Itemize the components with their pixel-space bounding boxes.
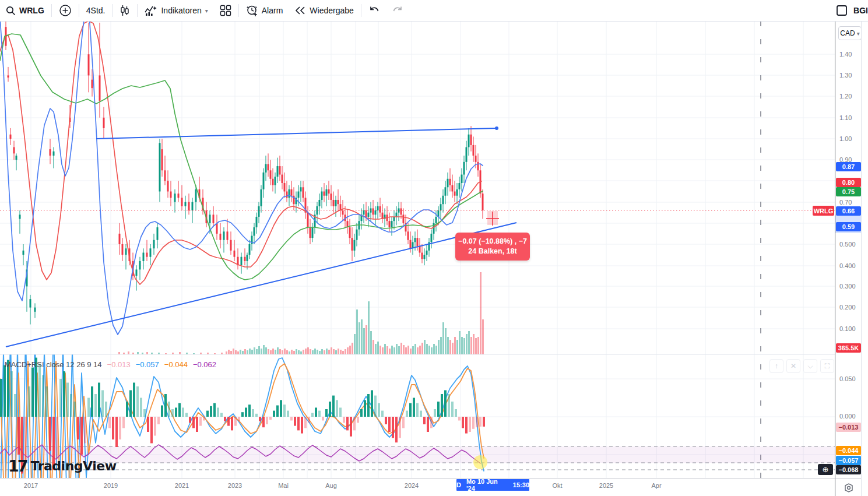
price-tag-0057: −0.057 bbox=[836, 456, 861, 465]
indicators-icon bbox=[145, 5, 157, 16]
tradingview-logo-text: TradingView bbox=[31, 459, 117, 473]
price-tick: 0.500 bbox=[839, 241, 856, 248]
measure-tooltip-line1: −0.07 (−10.88%) , −7 bbox=[458, 237, 527, 247]
price-tick: 0.70 bbox=[839, 199, 852, 206]
chevron-down-icon: ▾ bbox=[205, 8, 208, 14]
price-tag-066: 0.66 bbox=[836, 206, 861, 216]
volume-bars bbox=[118, 272, 484, 354]
time-label-Okt: Okt bbox=[552, 482, 562, 489]
time-label-2019: 2019 bbox=[104, 482, 118, 489]
grid-layout-icon bbox=[220, 5, 231, 16]
indicator-status-row[interactable]: MACD+RSI close 12 26 9 14 −0.013 −0.057 … bbox=[5, 360, 216, 369]
toolbar-divider bbox=[112, 4, 113, 17]
time-label-2024: 2024 bbox=[405, 482, 419, 489]
moving-averages bbox=[0, 6, 483, 335]
symbol-price-tag: WRLG bbox=[813, 206, 834, 216]
add-alert-plus-button[interactable]: ⊕ bbox=[818, 464, 833, 475]
symbol-name: WRLG bbox=[19, 6, 44, 15]
currency-dropdown[interactable]: CAD ▾ bbox=[838, 26, 862, 40]
time-axis[interactable]: D Mo 10 Jun '24 15:30 2017201920212023Ma… bbox=[0, 478, 835, 496]
price-tick: 0.400 bbox=[839, 262, 856, 269]
indicators-label: Indikatoren bbox=[161, 6, 201, 15]
undo-icon bbox=[368, 6, 380, 15]
price-tag-087: 0.87 bbox=[836, 162, 861, 171]
maximize-pane-button[interactable]: ⛶ bbox=[820, 359, 834, 373]
measure-crosshair bbox=[486, 211, 499, 226]
indicator-value-histogram: −0.013 bbox=[107, 360, 131, 369]
price-tag-0068: −0.068 bbox=[836, 465, 861, 474]
search-icon bbox=[6, 6, 16, 16]
toolbar-divider bbox=[361, 4, 361, 17]
move-pane-up-button[interactable]: ↑ bbox=[769, 359, 783, 373]
price-tag-3655K: 365.5K bbox=[836, 343, 861, 353]
plus-circle-icon bbox=[59, 4, 72, 17]
price-tick: 0.300 bbox=[839, 283, 856, 290]
collapse-pane-button[interactable]: ⌵ bbox=[803, 359, 817, 373]
alert-button[interactable]: Alarm bbox=[240, 0, 289, 21]
price-tag-075: 0.75 bbox=[836, 187, 861, 196]
toolbar-divider bbox=[51, 4, 52, 17]
redo-icon bbox=[392, 6, 403, 15]
ma-red bbox=[0, 21, 482, 284]
rsi-highlight-circle bbox=[473, 455, 487, 469]
price-tick: 0.000 bbox=[839, 413, 856, 420]
pane-controls: ↑✕⌵⛶ bbox=[769, 359, 834, 373]
price-tick: 0.050 bbox=[839, 375, 856, 382]
price-tick: 1.00 bbox=[839, 135, 852, 142]
replay-button[interactable]: Wiedergabe bbox=[289, 0, 360, 21]
replay-label: Wiedergabe bbox=[310, 6, 354, 15]
price-tag-0013: −0.013 bbox=[836, 423, 861, 432]
symbol-search-button[interactable]: WRLG bbox=[0, 0, 50, 21]
tradingview-app: WRLG 4Std. Indikatoren ▾ bbox=[0, 0, 868, 496]
save-layout-checkbox-icon[interactable] bbox=[836, 5, 848, 16]
right-edge-strip bbox=[861, 21, 868, 496]
time-label-Mai: Mai bbox=[278, 482, 289, 489]
redo-button[interactable] bbox=[386, 0, 409, 21]
interval-button[interactable]: 4Std. bbox=[80, 0, 111, 21]
price-tag-059: 0.59 bbox=[836, 222, 861, 231]
price-tick: 1.30 bbox=[839, 72, 852, 79]
ma-blue bbox=[0, 6, 483, 335]
measure-tooltip: −0.07 (−10.88%) , −7 24 Balken, 18t bbox=[455, 233, 530, 261]
indicator-value-macd: −0.057 bbox=[136, 360, 159, 369]
indicators-button[interactable]: Indikatoren ▾ bbox=[139, 0, 213, 21]
lower-trendline[interactable] bbox=[6, 223, 516, 347]
indicator-title: MACD+RSI close 12 26 9 14 bbox=[5, 360, 102, 369]
price-tick: 1.20 bbox=[839, 93, 852, 100]
alarm-clock-icon bbox=[246, 5, 258, 17]
current-bar-time-tag: D Mo 10 Jun '24 15:30 bbox=[456, 479, 529, 491]
price-tag-0044: −0.044 bbox=[836, 446, 861, 455]
top-toolbar: WRLG 4Std. Indikatoren ▾ bbox=[0, 0, 868, 22]
toolbar-divider bbox=[137, 4, 138, 17]
time-label-Apr: Apr bbox=[651, 482, 661, 489]
time-label-2021: 2021 bbox=[175, 482, 189, 489]
compare-add-button[interactable] bbox=[53, 0, 78, 21]
time-label-Aug: Aug bbox=[325, 482, 337, 489]
layout-grid-button[interactable] bbox=[214, 0, 237, 21]
replay-rewind-icon bbox=[294, 6, 306, 15]
next-symbol-partial: BGI bbox=[853, 6, 868, 15]
rsi-band bbox=[0, 446, 835, 463]
indicator-value-signal: −0.044 bbox=[164, 360, 188, 369]
chart-style-button[interactable] bbox=[114, 0, 136, 21]
candlestick-icon bbox=[120, 5, 130, 16]
upper-trendline[interactable] bbox=[96, 128, 497, 139]
time-label-2025: 2025 bbox=[599, 482, 613, 489]
axis-settings-corner[interactable] bbox=[835, 478, 862, 496]
alert-label: Alarm bbox=[262, 6, 283, 15]
toolbar-divider bbox=[79, 4, 79, 17]
time-tag-date: Mo 10 Jun '24 bbox=[466, 478, 508, 492]
price-tick: 0.200 bbox=[839, 304, 856, 311]
interval-label: 4Std. bbox=[86, 6, 106, 15]
toolbar-divider bbox=[238, 4, 239, 17]
tradingview-logo-mark: 17 bbox=[8, 457, 27, 475]
gear-icon bbox=[843, 482, 855, 494]
indicator-value-rsi: −0.062 bbox=[193, 360, 216, 369]
time-tag-time: 15:30 bbox=[513, 481, 529, 488]
price-axis[interactable]: CAD ▾ 1.401.301.201.101.000.900.700.5000… bbox=[835, 21, 862, 496]
undo-button[interactable] bbox=[363, 0, 386, 21]
price-tick: 1.40 bbox=[839, 51, 852, 58]
time-label-2017: 2017 bbox=[24, 482, 38, 489]
chart-canvas[interactable] bbox=[0, 0, 868, 496]
close-pane-button[interactable]: ✕ bbox=[786, 359, 800, 373]
